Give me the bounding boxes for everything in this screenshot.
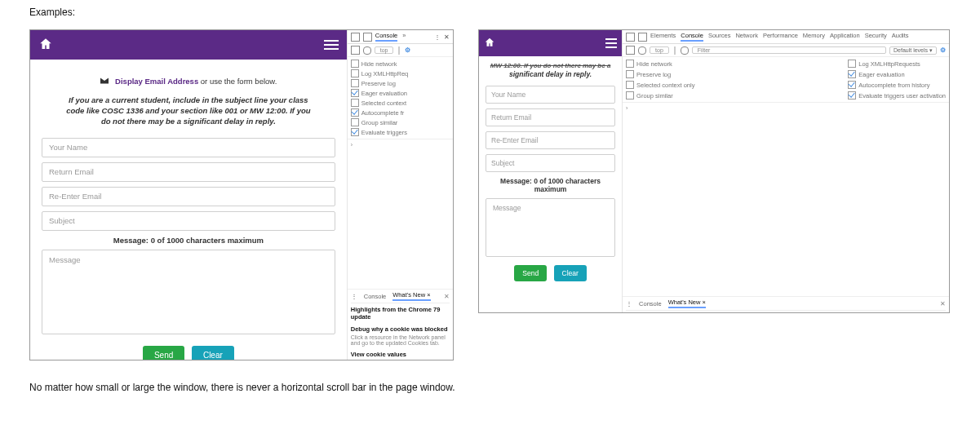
sidebar-toggle-icon[interactable] (626, 46, 635, 55)
devtools-tabbar: Elements Console Sources Network Perform… (623, 30, 949, 44)
example-1: Display Email Address or use the form be… (29, 29, 454, 360)
opt-autocomplete[interactable]: Autocomplete from history (858, 82, 929, 89)
sidebar-toggle-icon[interactable] (351, 46, 360, 55)
opt-preserve-log[interactable]: Preserve log (636, 71, 671, 78)
devtools-panel-1: Console » ⋮ ✕ top ⚙ Hide network Log XML… (348, 30, 453, 360)
message-counter: Message: 0 of 1000 characters maximum (486, 177, 615, 193)
device-icon[interactable] (638, 33, 647, 42)
clear-button[interactable]: Clear (192, 346, 234, 360)
app-window-1: Display Email Address or use the form be… (30, 30, 348, 360)
drawer-tab-whatsnew[interactable]: What's New × (668, 299, 706, 308)
close-icon[interactable]: ✕ (444, 33, 450, 41)
footnote: No matter how small or large the window,… (29, 382, 951, 393)
devtools-settings: Hide network Preserve log Selected conte… (623, 57, 949, 103)
home-icon[interactable] (484, 37, 495, 51)
reenter-email-input[interactable]: Re-Enter Email (486, 131, 615, 149)
home-icon[interactable] (38, 37, 53, 54)
tab-application[interactable]: Application (830, 32, 860, 42)
tab-security[interactable]: Security (865, 32, 887, 42)
gear-icon[interactable]: ⚙ (405, 46, 410, 54)
live-expression-icon[interactable] (681, 46, 689, 55)
tab-sources[interactable]: Sources (708, 32, 731, 42)
message-textarea[interactable]: Message (42, 250, 335, 334)
examples-row: Display Email Address or use the form be… (29, 29, 951, 360)
drawer-tab-console[interactable]: Console (639, 300, 662, 307)
devtools-drawer: ⋮ Console What's New × ✕ (623, 297, 949, 312)
hamburger-icon[interactable] (605, 38, 617, 48)
inspect-icon[interactable] (351, 33, 360, 42)
drawer-close-icon[interactable]: ✕ (940, 300, 946, 307)
devtools-context-bar: top Filter Default levels ▾ ⚙ (623, 44, 949, 57)
log-levels[interactable]: Default levels ▾ (889, 46, 937, 55)
opt-selected-ctx[interactable]: Selected context (361, 100, 406, 107)
opt-hide-network[interactable]: Hide network (361, 60, 397, 68)
opt-selected-ctx[interactable]: Selected context only (636, 82, 694, 89)
console-output[interactable]: › (348, 139, 453, 290)
devtools-context-bar: top ⚙ (348, 44, 453, 57)
opt-eager-eval[interactable]: Eager evaluation (858, 71, 904, 78)
cta-rest: or use the form below. (201, 77, 277, 86)
display-email-link[interactable]: Display Email Address (115, 77, 198, 86)
drawer-item-1-sub: Click a resource in the Network panel an… (351, 334, 450, 346)
button-row: Send Clear (486, 265, 615, 281)
send-button[interactable]: Send (143, 346, 184, 360)
devtools-panel-2: Elements Console Sources Network Perform… (623, 30, 949, 312)
send-button[interactable]: Send (514, 265, 547, 281)
inspect-icon[interactable] (626, 33, 635, 42)
device-icon[interactable] (363, 33, 372, 42)
devtools-settings: Hide network Log XMLHttpReq Preserve log… (348, 57, 453, 139)
envelope-icon (100, 76, 109, 87)
devtools-drawer: ⋮ Console What's New × ✕ Highlights from… (348, 290, 453, 360)
subject-input[interactable]: Subject (42, 211, 335, 231)
tab-audits[interactable]: Audits (892, 32, 909, 42)
opt-eager-eval[interactable]: Eager evaluation (361, 90, 407, 97)
clear-button[interactable]: Clear (554, 265, 587, 281)
context-selector[interactable]: top (375, 46, 394, 54)
tab-memory[interactable]: Memory (803, 32, 825, 42)
example-2: MW 12:00. If you do not there may be a s… (478, 29, 950, 313)
context-selector[interactable]: top (650, 46, 669, 54)
drawer-close-icon[interactable]: ✕ (444, 293, 450, 300)
reenter-email-input[interactable]: Re-Enter Email (42, 187, 335, 206)
opt-eval-triggers[interactable]: Evaluate triggers user activation (858, 92, 946, 100)
tab-console[interactable]: Console (375, 32, 398, 42)
tab-elements[interactable]: Elements (650, 32, 676, 42)
cta-line: Display Email Address or use the form be… (42, 76, 335, 87)
app-topbar (479, 30, 622, 56)
drawer-tab-console[interactable]: Console (364, 293, 387, 300)
drawer-tab-whatsnew[interactable]: What's New × (392, 291, 430, 301)
return-email-input[interactable]: Return Email (486, 108, 615, 126)
instructions: If you are a current student, include in… (61, 95, 316, 126)
tab-more[interactable]: » (402, 32, 406, 42)
name-input[interactable]: Your Name (42, 138, 335, 157)
drawer-item-2-title: View cookie values (351, 351, 450, 358)
opt-group-similar[interactable]: Group similar (636, 92, 673, 100)
opt-preserve-log[interactable]: Preserve log (361, 80, 396, 87)
gear-icon[interactable]: ⚙ (940, 46, 946, 54)
tab-performance[interactable]: Performance (763, 32, 798, 42)
opt-autocomplete[interactable]: Autocomplete fr (361, 109, 405, 117)
app-body: MW 12:00. If you do not there may be a s… (479, 56, 622, 312)
clear-console-icon[interactable] (638, 46, 646, 55)
tab-network[interactable]: Network (735, 32, 758, 42)
clear-console-icon[interactable] (363, 46, 371, 55)
opt-eval-triggers[interactable]: Evaluate triggers (361, 129, 407, 136)
app-body: Display Email Address or use the form be… (30, 60, 347, 360)
subject-input[interactable]: Subject (486, 154, 615, 172)
app-window-2: MW 12:00. If you do not there may be a s… (479, 30, 623, 312)
button-row: Send Clear (42, 346, 335, 360)
hamburger-icon[interactable] (324, 40, 339, 50)
instructions: MW 12:00. If you do not there may be a s… (487, 61, 614, 79)
message-textarea[interactable]: Message (486, 198, 615, 257)
filter-input[interactable]: Filter (692, 46, 886, 54)
console-output[interactable]: › (623, 103, 949, 297)
opt-group-similar[interactable]: Group similar (361, 119, 398, 126)
name-input[interactable]: Your Name (486, 86, 615, 104)
opt-hide-network[interactable]: Hide network (636, 60, 672, 68)
drawer-headline: Highlights from the Chrome 79 update (351, 306, 450, 321)
return-email-input[interactable]: Return Email (42, 162, 335, 182)
opt-log-xhr[interactable]: Log XMLHttpRequests (858, 60, 920, 68)
opt-log-xhr[interactable]: Log XMLHttpReq (361, 70, 409, 77)
tab-console[interactable]: Console (681, 32, 703, 42)
drawer-item-1-title: Debug why a cookie was blocked (351, 325, 450, 333)
